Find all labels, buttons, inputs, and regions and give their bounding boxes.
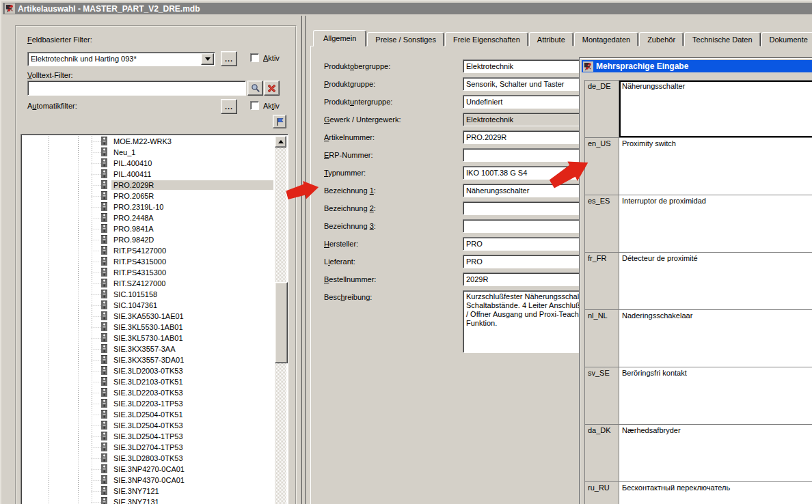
tree-item-label: SIE.3KL5530-1AB01 [111, 322, 273, 332]
field-filter-combobox[interactable]: Elektrotechnik und Harting 093* [27, 52, 215, 66]
language-text-cell[interactable]: Proximity switch [619, 138, 812, 195]
tree-item[interactable]: RIT.PS4315300 [23, 267, 275, 278]
tree-item[interactable]: SIC.1047361 [23, 300, 275, 311]
tree-item[interactable]: SIE.3KL5530-1AB01 [23, 322, 275, 333]
field-filter-aktiv-checkbox[interactable] [250, 53, 259, 62]
tree-item-label: PRO.2448A [111, 213, 273, 223]
language-row: en_USProximity switch [585, 138, 812, 195]
article-icon [101, 268, 107, 277]
search-button[interactable] [247, 81, 263, 96]
form-label: Bezeichnung 2: [324, 204, 376, 212]
tree-item-label: SIC.1047361 [111, 300, 273, 310]
tree-item[interactable]: SIE.3LD2504-1TP53 [23, 431, 275, 442]
tree-item[interactable]: PRO.2319L-10 [23, 201, 275, 212]
language-text-cell[interactable]: Beröringsfri kontakt [619, 367, 812, 424]
tree-item[interactable]: PRO.2029R [23, 180, 275, 191]
tab-preise-sonstiges[interactable]: Preise / Sonstiges [367, 32, 444, 46]
scroll-up-arrow-icon[interactable] [275, 136, 286, 148]
tree-item[interactable]: RIT.SZ4127000 [23, 278, 275, 289]
tree-item-label: SIE.3LD2003-0TK53 [111, 366, 273, 376]
tree-item[interactable]: RIT.PS4315000 [23, 256, 275, 267]
scrollbar-thumb[interactable] [275, 282, 288, 363]
flag-button[interactable] [273, 115, 286, 128]
tree-item-label: PRO.2029R [111, 180, 273, 190]
tree-item[interactable]: SIE.3LD2803-0TK53 [23, 453, 275, 464]
language-code: nl_NL [585, 310, 619, 367]
tab-attribute[interactable]: Attribute [529, 32, 573, 46]
tree-item[interactable]: SIE.3NP4270-0CA01 [23, 464, 275, 475]
tree-item[interactable]: PRO.9842D [23, 234, 275, 245]
auto-filter-aktiv-label: Aktiv [263, 102, 280, 110]
tree-item[interactable]: PIL.400411 [23, 169, 275, 180]
language-text-cell[interactable]: Бесконтактный переключатель [619, 482, 812, 504]
language-text-cell[interactable]: Nærhedsafbryder [619, 425, 812, 481]
main-titlebar[interactable]: Artikelauswahl - MASTER_PART_V2_DRE.mdb [3, 3, 812, 14]
tree-item[interactable]: SIE.3LD2504-0TK51 [23, 409, 275, 420]
artikelauswahl-window: Artikelauswahl - MASTER_PART_V2_DRE.mdb … [0, 0, 812, 504]
auto-filter-browse-button[interactable]: ... [221, 99, 237, 114]
tree-item-label: SIE.3KX3557-3AA [111, 344, 273, 354]
tree-item[interactable]: SIE.3NY7121 [23, 486, 275, 496]
window-title: Artikelauswahl - MASTER_PART_V2_DRE.mdb [18, 4, 200, 14]
tree-item[interactable]: SIE.3NY7131 [23, 496, 275, 504]
tree-item[interactable]: SIE.3KL5730-1AB01 [23, 333, 275, 344]
tree-item[interactable]: SIE.3LD2203-1TP53 [23, 398, 275, 409]
form-label: Bezeichnung 1: [324, 186, 376, 195]
language-row: ru_RUБесконтактный переключатель [585, 482, 812, 504]
tree-item[interactable]: MOE.M22-WRK3 [23, 136, 275, 147]
tree-item[interactable]: PRO.2065R [23, 191, 275, 201]
form-label: ERP-Nummer: [324, 151, 373, 159]
article-icon [101, 344, 107, 353]
tree-item[interactable]: SIC.1015158 [23, 289, 275, 300]
tab-label: Allgemein [323, 34, 356, 42]
form-label: Bestellnummer: [324, 275, 376, 283]
tree-vertical-scrollbar[interactable] [275, 136, 286, 504]
tree-item[interactable]: SIE.3LD2704-1TP53 [23, 442, 275, 453]
article-icon [101, 148, 107, 156]
field-filter-browse-button[interactable]: ... [221, 51, 237, 66]
tree-item[interactable]: PRO.2448A [23, 212, 275, 223]
tab-freie-eigenschaften[interactable]: Freie Eigenschaften [445, 32, 528, 46]
tree-item[interactable]: SIE.3NP4370-0CA01 [23, 475, 275, 486]
article-icon [101, 322, 107, 331]
form-label: Bezeichnung 3: [324, 222, 376, 230]
tree-item[interactable]: SIE.3KX3557-3DA01 [23, 354, 275, 365]
panel-splitter[interactable] [301, 16, 306, 504]
language-text-cell[interactable]: Näherungsschalter [619, 81, 812, 137]
tree-item-label: SIE.3LD2704-1TP53 [111, 443, 273, 452]
tree-item-label: Neu_1 [111, 148, 273, 157]
article-icon [101, 432, 107, 440]
article-icon [101, 366, 107, 375]
tree-item[interactable]: SIE.3KA5530-1AE01 [23, 311, 275, 322]
language-text-cell[interactable]: Naderingsschakelaar [619, 310, 812, 367]
clear-filter-button[interactable] [264, 81, 280, 96]
overlay-titlebar[interactable]: Mehrsprachige Eingabe [582, 60, 812, 72]
tab-montagedaten[interactable]: Montagedaten [574, 32, 638, 46]
form-label: Artikelnummer: [324, 133, 375, 141]
fulltext-filter-input[interactable] [27, 81, 246, 96]
tree-item[interactable]: SIE.3LD2103-0TK51 [23, 376, 275, 387]
tab-allgemein[interactable]: Allgemein [313, 30, 366, 46]
language-text-cell[interactable]: Détecteur de proximité [619, 253, 812, 309]
auto-filter-aktiv-checkbox[interactable] [250, 101, 259, 110]
tab-zubehör[interactable]: Zubehör [639, 32, 684, 46]
tab-label: Preise / Sonstiges [375, 36, 436, 44]
tree-item[interactable]: RIT.PS4127000 [23, 245, 275, 256]
chevron-down-icon[interactable] [201, 53, 214, 65]
tree-item[interactable]: Neu_1 [23, 147, 275, 158]
tree-item[interactable]: SIE.3LD2203-0TK53 [23, 387, 275, 398]
form-label: Hersteller: [324, 240, 358, 248]
tree-item-label: SIE.3NY7131 [111, 497, 273, 504]
tree-item[interactable]: SIE.3KX3557-3AA [23, 344, 275, 354]
tab-dokumente[interactable]: Dokumente [761, 32, 812, 46]
auto-filter-label: Automatikfilter: [27, 102, 77, 110]
language-text-cell[interactable]: Interruptor de proximidad [619, 195, 812, 252]
language-code: sv_SE [585, 367, 619, 424]
tree-item[interactable]: SIE.3LD2504-0TK53 [23, 420, 275, 431]
tree-item-label: SIE.3LD2504-1TP53 [111, 432, 273, 441]
tree-item[interactable]: PRO.9841A [23, 223, 275, 234]
article-icon [101, 202, 107, 211]
tree-item[interactable]: PIL.400410 [23, 158, 275, 169]
tab-technische-daten[interactable]: Technische Daten [684, 32, 760, 46]
tree-item[interactable]: SIE.3LD2003-0TK53 [23, 365, 275, 376]
